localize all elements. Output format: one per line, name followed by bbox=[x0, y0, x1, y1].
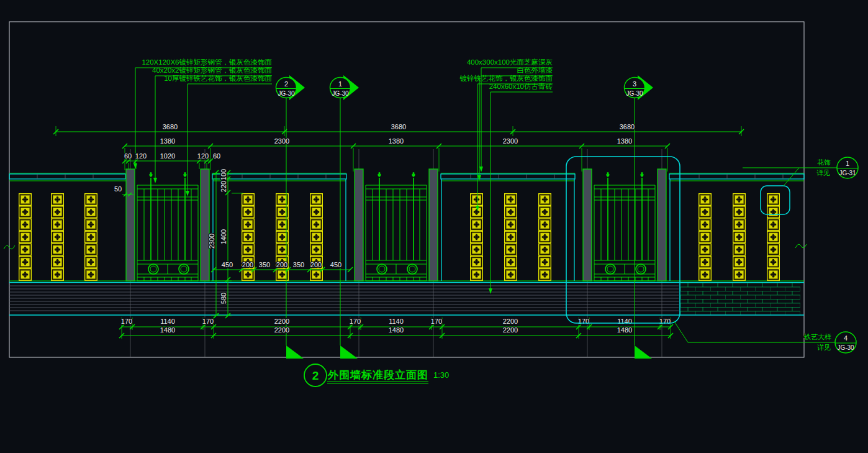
dim: 50 bbox=[114, 185, 122, 193]
section-marker-2: 2 JG-30 bbox=[276, 75, 305, 100]
marker-number: 3 bbox=[633, 80, 636, 88]
dim: 2300 bbox=[503, 137, 518, 145]
dim: 170 bbox=[202, 318, 214, 325]
dim: 100 bbox=[220, 169, 227, 180]
section-lines bbox=[286, 98, 652, 359]
callout-label: 花饰 bbox=[817, 158, 831, 166]
dim: 1400 bbox=[220, 229, 227, 244]
callout-sheet: JG-30 bbox=[837, 344, 854, 351]
annotation-text: 400x300x100光面芝麻深灰 bbox=[467, 58, 553, 66]
dim: 1140 bbox=[389, 318, 404, 325]
dimensions-top: 3680 3680 3680 1380 2300 1380 2300 1380 … bbox=[53, 123, 744, 172]
callout-label: 铁艺大样 bbox=[803, 333, 831, 341]
dim: 60 bbox=[124, 152, 132, 160]
cad-canvas[interactable]: 2 JG-30 1 JG-30 3 JG-30 120X120X6镀锌矩形钢管，… bbox=[0, 0, 868, 453]
elevation-drawing-svg: 2 JG-30 1 JG-30 3 JG-30 120X120X6镀锌矩形钢管，… bbox=[0, 0, 868, 453]
callout-number: 4 bbox=[844, 334, 848, 342]
dim: 170 bbox=[659, 318, 671, 325]
dim: 2200 bbox=[503, 318, 518, 325]
dim: 1140 bbox=[160, 318, 175, 325]
section-marker-1: 1 JG-30 bbox=[330, 75, 359, 100]
dim: 1020 bbox=[160, 152, 175, 160]
dim: 220 bbox=[220, 181, 227, 192]
dim: 350 bbox=[259, 261, 270, 268]
drawing-title: 外围墙标准段立面图 bbox=[327, 369, 428, 381]
marker-number: 1 bbox=[338, 80, 342, 88]
dim: 3680 bbox=[620, 123, 635, 130]
plinth-base bbox=[9, 281, 804, 315]
callout-sheet: JG-31 bbox=[839, 170, 856, 176]
construction-lines bbox=[130, 149, 662, 357]
dim: 450 bbox=[330, 261, 341, 268]
dim: 120 bbox=[197, 152, 209, 160]
dim: 2300 bbox=[274, 137, 289, 145]
dim: 2200 bbox=[274, 318, 289, 325]
dim: 1380 bbox=[389, 137, 404, 145]
dim: 1380 bbox=[617, 137, 632, 145]
drawing-scale: 1:30 bbox=[433, 370, 449, 380]
marker-sheet: JG-30 bbox=[278, 90, 295, 97]
title-block: 2 外围墙标准段立面图 1:30 bbox=[304, 364, 449, 387]
dim: 200 bbox=[242, 261, 253, 268]
dim: 1140 bbox=[617, 318, 632, 325]
fence-modules bbox=[126, 169, 666, 281]
callout-see: 详见 bbox=[816, 169, 830, 176]
callout-ironwork: 铁艺大样 详见 4 JG-30 bbox=[674, 321, 856, 353]
dim: 3680 bbox=[391, 123, 406, 130]
dim: 580 bbox=[220, 293, 227, 304]
dim: 1380 bbox=[160, 137, 175, 145]
dim: 1480 bbox=[160, 326, 175, 334]
dim: 1480 bbox=[617, 326, 632, 334]
dim: 200 bbox=[310, 261, 322, 268]
dim: 60 bbox=[213, 152, 220, 160]
dim: 2200 bbox=[274, 326, 289, 334]
callout-number: 1 bbox=[846, 160, 849, 167]
dim: 170 bbox=[578, 318, 589, 325]
dim: 350 bbox=[293, 261, 304, 268]
dim: 1480 bbox=[389, 326, 404, 334]
dim: 170 bbox=[431, 318, 442, 325]
right-break-mark bbox=[795, 244, 807, 248]
dim: 170 bbox=[121, 318, 132, 325]
dim: 450 bbox=[222, 261, 233, 268]
dimensions-bottom: 170 1140 170 2200 170 1140 170 2200 170 … bbox=[119, 318, 673, 339]
section-marker-3: 3 JG-30 bbox=[625, 75, 654, 100]
marker-sheet: JG-30 bbox=[332, 90, 349, 97]
dim: 170 bbox=[350, 318, 361, 325]
title-number: 2 bbox=[312, 369, 319, 382]
annotation-text: 120X120X6镀锌矩形钢管，银灰色漆饰面 bbox=[142, 58, 272, 66]
dim: 200 bbox=[276, 261, 287, 268]
dim: 120 bbox=[135, 152, 147, 160]
dim: 3680 bbox=[163, 123, 178, 130]
dim: 2200 bbox=[503, 326, 518, 334]
dim: 2300 bbox=[208, 234, 215, 249]
marker-sheet: JG-30 bbox=[626, 90, 643, 97]
callout-ornament: 花饰 详见 1 JG-31 bbox=[743, 157, 858, 186]
brick-hatch bbox=[680, 283, 800, 315]
marker-number: 2 bbox=[284, 80, 288, 88]
callout-see: 详见 bbox=[817, 344, 831, 351]
